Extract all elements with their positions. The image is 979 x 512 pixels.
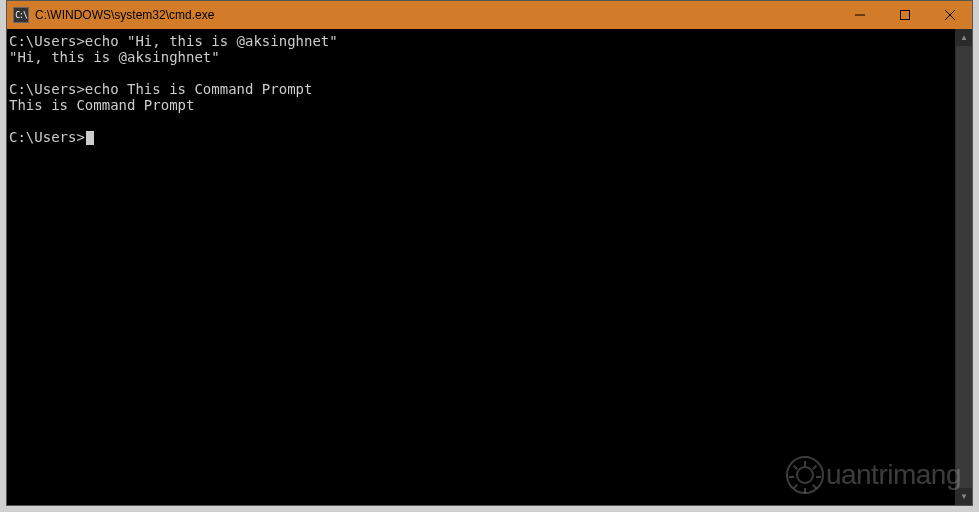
maximize-button[interactable]	[882, 1, 927, 29]
terminal-output[interactable]: C:\Users>echo "Hi, this is @aksinghnet""…	[7, 29, 955, 505]
prompt: C:\Users>	[9, 81, 85, 97]
command-text: echo "Hi, this is @aksinghnet"	[85, 33, 338, 49]
titlebar[interactable]: C:\ C:\WINDOWS\system32\cmd.exe	[7, 1, 972, 29]
prompt: C:\Users>	[9, 33, 85, 49]
terminal-line: C:\Users>echo This is Command Prompt	[9, 81, 953, 97]
window-controls	[837, 1, 972, 29]
terminal-line	[9, 113, 953, 129]
prompt: C:\Users>	[9, 129, 85, 145]
scroll-thumb[interactable]	[956, 46, 972, 488]
window-title: C:\WINDOWS\system32\cmd.exe	[35, 8, 837, 22]
cursor	[86, 131, 94, 145]
cmd-icon: C:\	[13, 7, 29, 23]
cmd-window: C:\ C:\WINDOWS\system32\cmd.exe C:\Users…	[6, 0, 973, 506]
terminal-line: This is Command Prompt	[9, 97, 953, 113]
scroll-track[interactable]	[956, 46, 972, 488]
command-text: echo This is Command Prompt	[85, 81, 313, 97]
scrollbar[interactable]: ▲ ▼	[955, 29, 972, 505]
minimize-button[interactable]	[837, 1, 882, 29]
svg-rect-1	[900, 11, 909, 20]
terminal-line: C:\Users>echo "Hi, this is @aksinghnet"	[9, 33, 953, 49]
terminal-wrap: C:\Users>echo "Hi, this is @aksinghnet""…	[7, 29, 972, 505]
terminal-line	[9, 65, 953, 81]
scroll-up-button[interactable]: ▲	[956, 29, 972, 46]
scroll-down-button[interactable]: ▼	[956, 488, 972, 505]
close-button[interactable]	[927, 1, 972, 29]
terminal-line: "Hi, this is @aksinghnet"	[9, 49, 953, 65]
terminal-line: C:\Users>	[9, 129, 953, 145]
